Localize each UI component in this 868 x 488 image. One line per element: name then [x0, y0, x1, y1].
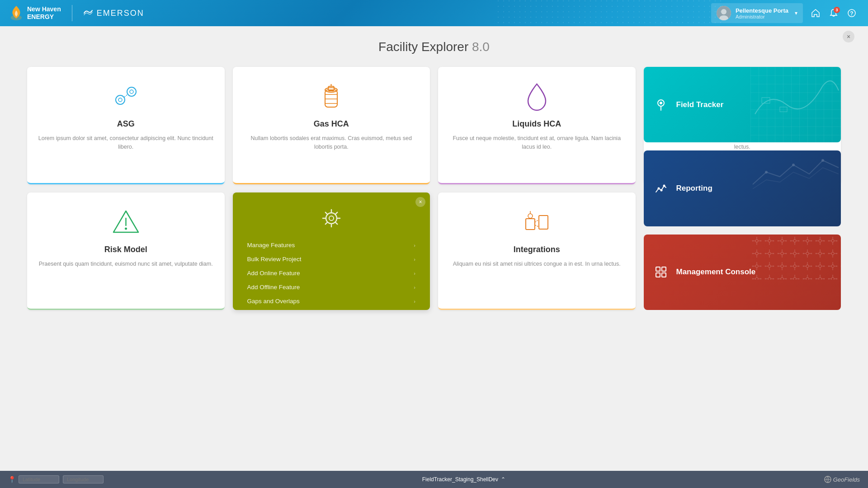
svg-rect-38 — [750, 67, 841, 142]
notification-badge: 3 — [834, 7, 840, 13]
svg-point-24 — [326, 213, 337, 224]
latitude-input[interactable] — [19, 475, 59, 483]
svg-point-23 — [125, 227, 127, 230]
svg-point-46 — [657, 187, 660, 189]
emerson-icon — [83, 8, 93, 18]
chevron-icon: › — [414, 285, 415, 290]
svg-line-33 — [326, 223, 327, 225]
reporting-bg-pattern — [750, 150, 841, 226]
svg-point-9 — [127, 87, 136, 96]
header-map-bg — [497, 0, 723, 26]
integrations-desc: Aliquam eu nisi sit amet nisi ultrices c… — [453, 260, 621, 268]
svg-point-48 — [663, 184, 665, 187]
svg-line-30 — [326, 212, 327, 214]
gas-hca-expanded-icon — [318, 205, 345, 231]
longitude-input[interactable] — [63, 475, 104, 483]
svg-point-45 — [821, 159, 824, 162]
warning-triangle-icon — [111, 207, 141, 237]
location-icon: 📍 — [8, 476, 16, 483]
card-risk-model[interactable]: Risk Model Praesent quis quam tincidunt,… — [27, 192, 225, 310]
risk-model-icon-area — [110, 206, 142, 238]
svg-line-31 — [335, 223, 337, 225]
logo-text: New Haven ENERGY — [27, 5, 61, 21]
header-logo: New Haven ENERGY EMERSON — [9, 5, 144, 21]
field-tracker-bg-pattern — [750, 67, 841, 142]
card-gas-hca-expanded[interactable]: × — [233, 192, 430, 310]
droplet-icon — [524, 82, 549, 111]
flame-icon — [9, 5, 24, 21]
home-button[interactable] — [808, 6, 823, 20]
card-asg[interactable]: ASG Lorem ipsum dolor sit amet, consecte… — [27, 67, 225, 184]
svg-rect-1 — [497, 0, 723, 26]
menu-item-add-online-feature[interactable]: Add Online Feature › — [244, 267, 420, 279]
gas-cylinder-icon — [319, 82, 344, 111]
menu-item-gaps-and-overlaps[interactable]: Gaps and Overlaps › — [244, 296, 420, 307]
management-grid-icon — [653, 264, 669, 280]
emerson-logo: EMERSON — [83, 8, 144, 18]
asg-title: ASG — [117, 119, 135, 129]
header-icons: 3 ? — [808, 6, 859, 20]
asg-icon — [110, 83, 141, 110]
longitude-item — [63, 475, 104, 483]
liquids-hca-title: Liquids HCA — [512, 119, 561, 129]
footer-environment[interactable]: FieldTracker_Staging_ShellDev ⌃ — [422, 476, 505, 483]
svg-rect-56 — [662, 273, 666, 277]
main-content: Facility Explorer 8.0 ASG Lorem ipsum do… — [0, 26, 868, 471]
svg-rect-53 — [656, 267, 660, 271]
integrations-icon-area — [521, 206, 552, 238]
header-right: Pellentesque Porta Administrator ▾ 3 — [711, 3, 859, 23]
page-version: 8.0 — [472, 40, 490, 54]
header: New Haven ENERGY EMERSON Pel — [0, 0, 868, 26]
close-button[interactable]: × — [843, 31, 854, 42]
gas-hca-title: Gas HCA — [314, 119, 349, 129]
svg-text:?: ? — [850, 10, 853, 17]
risk-model-title: Risk Model — [104, 245, 147, 254]
help-button[interactable]: ? — [844, 6, 859, 20]
footer-brand: GeoFields — [824, 476, 860, 483]
side-card-reporting[interactable]: Reporting — [644, 150, 841, 226]
side-card-field-tracker[interactable]: Field Tracker — [644, 67, 841, 142]
menu-item-bulk-review-project[interactable]: Bulk Review Project › — [244, 253, 420, 265]
gas-hca-desc: Nullam lobortis sodales erat maximus. Cr… — [244, 134, 420, 151]
svg-point-43 — [765, 171, 768, 174]
menu-item-add-offline-feature[interactable]: Add Offline Feature › — [244, 282, 420, 293]
reporting-chart-icon — [653, 180, 669, 197]
svg-rect-52 — [750, 235, 841, 280]
svg-point-25 — [329, 216, 334, 221]
expanded-close-button[interactable]: × — [415, 197, 425, 207]
cards-grid: ASG Lorem ipsum dolor sit amet, consecte… — [27, 67, 841, 310]
liquids-hca-desc: Fusce ut neque molestie, tincidunt est a… — [449, 134, 625, 151]
svg-rect-55 — [656, 273, 660, 277]
card-integrations[interactable]: Integrations Aliquam eu nisi sit amet ni… — [438, 192, 636, 310]
svg-point-44 — [792, 164, 795, 166]
side-card-management-console[interactable]: Management Console — [644, 235, 841, 310]
svg-rect-54 — [662, 267, 666, 271]
latitude-item: 📍 — [8, 475, 59, 483]
card-liquids-hca[interactable]: Liquids HCA Fusce ut neque molestie, tin… — [438, 67, 636, 184]
home-icon — [811, 9, 820, 18]
integrations-title: Integrations — [514, 245, 560, 254]
asg-desc: Lorem ipsum dolor sit amet, consectetur … — [38, 134, 214, 151]
gear-icon — [318, 205, 344, 231]
user-info[interactable]: Pellentesque Porta Administrator ▾ — [711, 3, 803, 23]
notifications-button[interactable]: 3 — [826, 6, 841, 20]
menu-item-manage-features[interactable]: Manage Features › — [244, 239, 420, 251]
expanded-menu: Manage Features › Bulk Review Project › … — [244, 239, 420, 307]
footer: 📍 FieldTracker_Staging_ShellDev ⌃ GeoFie… — [0, 471, 868, 488]
geofields-icon — [824, 476, 831, 483]
gas-hca-icon-area — [316, 80, 347, 112]
svg-point-42 — [660, 102, 662, 104]
svg-point-36 — [528, 214, 533, 218]
chevron-icon: › — [414, 257, 415, 262]
help-icon: ? — [847, 9, 856, 18]
field-tracker-label: Field Tracker — [676, 100, 724, 109]
card-gas-hca[interactable]: Gas HCA Nullam lobortis sodales erat max… — [233, 67, 430, 184]
svg-point-8 — [116, 95, 125, 104]
chevron-icon: › — [414, 243, 415, 248]
right-side-cards: Field Tracker — [644, 67, 841, 310]
geofields-label: GeoFields — [833, 476, 860, 483]
liquids-hca-icon-area — [521, 80, 552, 112]
page-title: Facility Explorer 8.0 — [27, 40, 841, 54]
footer-coords: 📍 — [8, 475, 104, 483]
reporting-label: Reporting — [676, 184, 712, 193]
